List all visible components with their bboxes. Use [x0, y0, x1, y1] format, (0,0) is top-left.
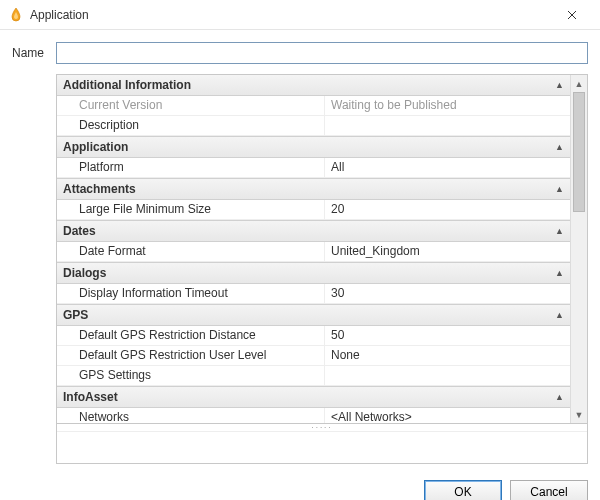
property-row[interactable]: GPS Settings: [57, 366, 570, 386]
property-value[interactable]: None: [325, 346, 570, 365]
property-key: Description: [57, 116, 325, 135]
property-row[interactable]: Date FormatUnited_Kingdom: [57, 242, 570, 262]
category-header[interactable]: InfoAsset▲: [57, 386, 570, 408]
property-value[interactable]: 50: [325, 326, 570, 345]
collapse-icon[interactable]: ▲: [555, 226, 564, 236]
property-row[interactable]: Networks<All Networks>: [57, 408, 570, 423]
close-button[interactable]: [552, 0, 592, 30]
scroll-up-icon[interactable]: ▲: [571, 75, 587, 92]
property-row[interactable]: Description: [57, 116, 570, 136]
collapse-icon[interactable]: ▲: [555, 184, 564, 194]
category-label: Attachments: [63, 182, 555, 196]
scroll-track[interactable]: [571, 92, 587, 406]
property-value[interactable]: All: [325, 158, 570, 177]
category-header[interactable]: Dialogs▲: [57, 262, 570, 284]
property-value[interactable]: <All Networks>: [325, 408, 570, 423]
property-key: Platform: [57, 158, 325, 177]
property-key: Display Information Timeout: [57, 284, 325, 303]
scrollbar[interactable]: ▲ ▼: [570, 75, 587, 423]
category-header[interactable]: Attachments▲: [57, 178, 570, 200]
property-row[interactable]: Display Information Timeout30: [57, 284, 570, 304]
content: Name Additional Information▲Current Vers…: [0, 30, 600, 470]
category-header[interactable]: Additional Information▲: [57, 75, 570, 96]
window-title: Application: [30, 8, 552, 22]
property-grid: Additional Information▲Current VersionWa…: [56, 74, 588, 424]
collapse-icon[interactable]: ▲: [555, 268, 564, 278]
property-key: Default GPS Restriction User Level: [57, 346, 325, 365]
property-value[interactable]: [325, 116, 570, 135]
category-header[interactable]: Dates▲: [57, 220, 570, 242]
property-row[interactable]: Default GPS Restriction Distance50: [57, 326, 570, 346]
category-header[interactable]: GPS▲: [57, 304, 570, 326]
titlebar: Application: [0, 0, 600, 30]
name-label: Name: [12, 46, 56, 60]
category-header[interactable]: Application▲: [57, 136, 570, 158]
category-label: Dates: [63, 224, 555, 238]
property-value[interactable]: 30: [325, 284, 570, 303]
property-key: Default GPS Restriction Distance: [57, 326, 325, 345]
name-input[interactable]: [56, 42, 588, 64]
property-value[interactable]: 20: [325, 200, 570, 219]
collapse-icon[interactable]: ▲: [555, 142, 564, 152]
property-row[interactable]: Large File Minimum Size20: [57, 200, 570, 220]
resize-handle[interactable]: ·····: [57, 424, 587, 432]
property-value[interactable]: [325, 366, 570, 385]
cancel-button[interactable]: Cancel: [510, 480, 588, 500]
category-label: InfoAsset: [63, 390, 555, 404]
scroll-down-icon[interactable]: ▼: [571, 406, 587, 423]
ok-button[interactable]: OK: [424, 480, 502, 500]
name-row: Name: [12, 42, 588, 64]
collapse-icon[interactable]: ▲: [555, 80, 564, 90]
collapse-icon[interactable]: ▲: [555, 310, 564, 320]
scroll-thumb[interactable]: [573, 92, 585, 212]
app-icon: [8, 7, 24, 23]
property-value[interactable]: United_Kingdom: [325, 242, 570, 261]
property-row[interactable]: PlatformAll: [57, 158, 570, 178]
property-key: Current Version: [57, 96, 325, 115]
category-label: Dialogs: [63, 266, 555, 280]
property-key: Date Format: [57, 242, 325, 261]
property-key: GPS Settings: [57, 366, 325, 385]
property-key: Large File Minimum Size: [57, 200, 325, 219]
property-grid-body[interactable]: Additional Information▲Current VersionWa…: [57, 75, 570, 423]
property-key: Networks: [57, 408, 325, 423]
property-row[interactable]: Current VersionWaiting to be Published: [57, 96, 570, 116]
property-value[interactable]: Waiting to be Published: [325, 96, 570, 115]
category-label: Application: [63, 140, 555, 154]
property-row[interactable]: Default GPS Restriction User LevelNone: [57, 346, 570, 366]
category-label: Additional Information: [63, 78, 555, 92]
category-label: GPS: [63, 308, 555, 322]
button-row: OK Cancel: [0, 470, 600, 500]
description-pane: ·····: [56, 424, 588, 464]
collapse-icon[interactable]: ▲: [555, 392, 564, 402]
